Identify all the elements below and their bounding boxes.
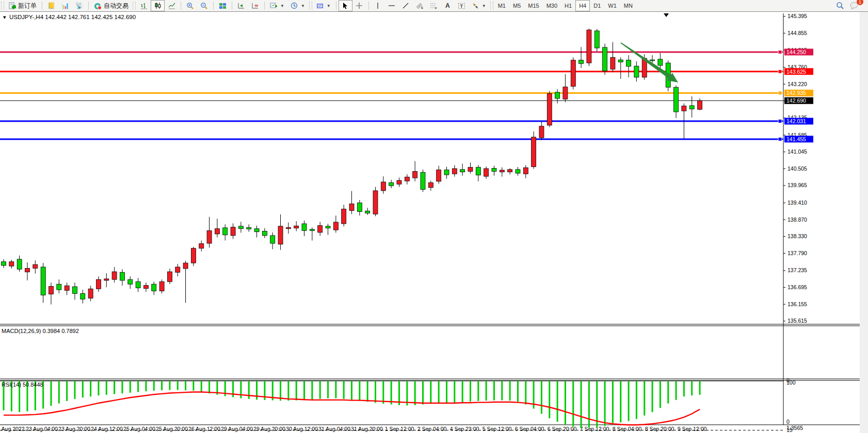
line-handle[interactable] bbox=[778, 91, 782, 95]
candle-body[interactable] bbox=[516, 170, 520, 173]
candle-body[interactable] bbox=[152, 284, 156, 291]
candle-body[interactable] bbox=[563, 87, 568, 99]
candle-body[interactable] bbox=[532, 137, 536, 166]
candle-body[interactable] bbox=[17, 259, 22, 269]
candle-body[interactable] bbox=[389, 182, 394, 186]
market-watch-button[interactable]: 📒 bbox=[44, 0, 58, 11]
timeframe-button-m15[interactable]: M15 bbox=[524, 0, 542, 11]
candle-body[interactable] bbox=[476, 168, 480, 175]
candle-body[interactable] bbox=[294, 226, 299, 228]
data-window-button[interactable]: 📊 bbox=[58, 0, 72, 11]
timeframe-button-mn[interactable]: MN bbox=[620, 0, 636, 11]
candle-body[interactable] bbox=[492, 168, 496, 171]
candle-body[interactable] bbox=[96, 279, 101, 289]
crosshair-button[interactable] bbox=[352, 0, 366, 11]
candle-body[interactable] bbox=[175, 267, 180, 272]
chart-shift-button[interactable] bbox=[248, 0, 262, 11]
toolbar-grip[interactable] bbox=[309, 2, 312, 10]
candle-body[interactable] bbox=[49, 286, 53, 294]
timeframe-button-w1[interactable]: W1 bbox=[604, 0, 620, 11]
line-handle[interactable] bbox=[778, 50, 782, 54]
candle-body[interactable] bbox=[72, 287, 77, 293]
candle-body[interactable] bbox=[57, 284, 61, 290]
candlestick-button[interactable] bbox=[151, 0, 165, 11]
candle-body[interactable] bbox=[167, 272, 172, 281]
candle-body[interactable] bbox=[484, 169, 489, 176]
candle-body[interactable] bbox=[270, 236, 275, 243]
candle-body[interactable] bbox=[247, 227, 251, 229]
text-button[interactable]: A bbox=[441, 0, 455, 11]
candle-body[interactable] bbox=[278, 226, 283, 244]
candle-body[interactable] bbox=[594, 31, 599, 48]
candle-body[interactable] bbox=[437, 170, 441, 181]
line-handle[interactable] bbox=[778, 137, 782, 141]
chat-button[interactable]: 1 bbox=[847, 0, 861, 11]
candle-body[interactable] bbox=[262, 231, 267, 235]
candle-body[interactable] bbox=[689, 106, 694, 109]
candle-body[interactable] bbox=[238, 226, 243, 229]
candle-body[interactable] bbox=[333, 222, 338, 230]
candle-body[interactable] bbox=[626, 60, 631, 66]
candle-body[interactable] bbox=[302, 224, 307, 230]
candle-body[interactable] bbox=[523, 168, 528, 174]
chart-area[interactable]: 145.395144.855144.315143.760143.220142.6… bbox=[0, 12, 868, 433]
candle-body[interactable] bbox=[428, 182, 433, 188]
candle-body[interactable] bbox=[143, 286, 148, 289]
candle-body[interactable] bbox=[610, 57, 615, 69]
candle-body[interactable] bbox=[405, 177, 409, 181]
candle-body[interactable] bbox=[33, 264, 38, 268]
timeframe-button-m5[interactable]: M5 bbox=[509, 0, 524, 11]
candle-body[interactable] bbox=[587, 30, 591, 63]
candle-body[interactable] bbox=[128, 279, 133, 284]
search-button[interactable] bbox=[833, 0, 847, 11]
horizontal-line-button[interactable] bbox=[385, 0, 399, 11]
navigator-button[interactable]: 📡 bbox=[72, 0, 86, 11]
candle-body[interactable] bbox=[112, 272, 117, 279]
candle-body[interactable] bbox=[25, 268, 29, 272]
line-handle[interactable] bbox=[778, 120, 782, 123]
candle-body[interactable] bbox=[183, 263, 188, 269]
profiles-button[interactable]: ▼ bbox=[287, 0, 308, 11]
toolbar-grip[interactable] bbox=[490, 2, 493, 10]
candle-body[interactable] bbox=[2, 262, 6, 265]
line-handle[interactable] bbox=[778, 70, 782, 73]
candle-body[interactable] bbox=[444, 170, 449, 175]
new-order-button[interactable]: 新订单 bbox=[5, 0, 40, 11]
vertical-line-button[interactable] bbox=[371, 0, 385, 11]
candle-body[interactable] bbox=[500, 170, 504, 172]
candle-body[interactable] bbox=[191, 248, 196, 263]
text-label-button[interactable]: T bbox=[455, 0, 469, 11]
bar-chart-button[interactable] bbox=[137, 0, 151, 11]
line-chart-button[interactable] bbox=[165, 0, 179, 11]
candle-body[interactable] bbox=[342, 209, 346, 224]
candle-body[interactable] bbox=[634, 66, 639, 77]
candle-body[interactable] bbox=[539, 126, 544, 138]
timeframe-button-h1[interactable]: H1 bbox=[561, 0, 575, 11]
toolbar-grip[interactable] bbox=[1, 2, 4, 10]
new-chart-button[interactable]: ▼ bbox=[267, 0, 287, 11]
candle-body[interactable] bbox=[318, 226, 323, 232]
candle-body[interactable] bbox=[254, 229, 259, 232]
candle-body[interactable] bbox=[357, 203, 362, 211]
candle-body[interactable] bbox=[215, 229, 219, 234]
candle-body[interactable] bbox=[65, 286, 69, 290]
trendline-button[interactable] bbox=[399, 0, 413, 11]
candle-body[interactable] bbox=[231, 227, 235, 236]
candle-body[interactable] bbox=[460, 170, 465, 172]
candle-body[interactable] bbox=[698, 101, 702, 109]
toolbar-grip[interactable] bbox=[133, 2, 136, 10]
channel-button[interactable]: E bbox=[413, 0, 427, 11]
candle-body[interactable] bbox=[555, 92, 560, 98]
candle-body[interactable] bbox=[104, 279, 109, 280]
templates-button[interactable]: ▼ bbox=[313, 0, 334, 11]
candle-body[interactable] bbox=[365, 211, 370, 213]
zoom-in-button[interactable] bbox=[183, 0, 197, 11]
candle-body[interactable] bbox=[286, 227, 291, 228]
candle-body[interactable] bbox=[468, 168, 473, 172]
candle-body[interactable] bbox=[571, 60, 575, 87]
arrows-button[interactable]: ▼ bbox=[469, 0, 489, 11]
candle-body[interactable] bbox=[199, 244, 204, 248]
timeframe-button-d1[interactable]: D1 bbox=[590, 0, 604, 11]
candle-body[interactable] bbox=[159, 281, 164, 291]
timeframe-button-m30[interactable]: M30 bbox=[543, 0, 561, 11]
